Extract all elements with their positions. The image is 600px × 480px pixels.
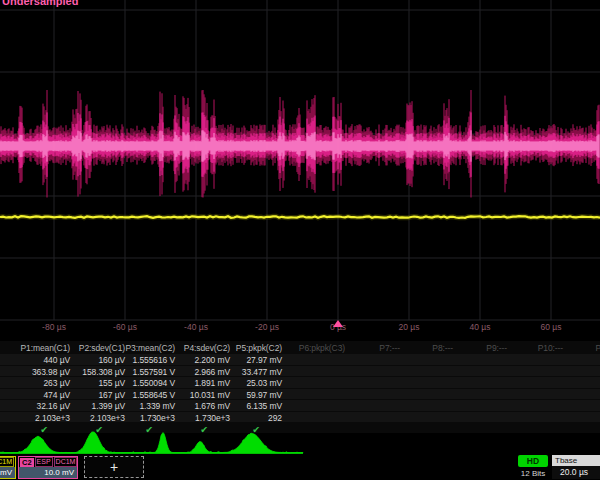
measure-value-cell: 2.103e+3 [35,413,70,423]
c2-coupling-tag: DC1M [54,457,78,467]
c2-volts-per-div: 10.0 mV [19,467,77,478]
time-tick-label: -80 µs [42,322,66,332]
channel-c1-descriptor[interactable]: DC1M 10.0 mV [0,456,16,479]
c1-volts-per-div: 10.0 mV [0,467,15,478]
c1-tags-row: DC1M [0,457,15,467]
c1-coupling-tag: DC1M [0,457,14,467]
undersampled-warning: Undersampled [2,0,78,7]
measure-value-cell: 1.730e+3 [195,413,230,423]
measure-value-cell: 1.891 mV [194,378,230,388]
measure-value-cell: 10.031 mV [190,390,230,400]
measure-value-cell: 27.97 mV [246,355,282,365]
measure-value-cell: 1.399 µV [92,401,125,411]
c2-esp-tag: ESP [35,457,53,467]
waveform-display[interactable] [0,0,600,338]
hd-bits-label: 12 Bits [513,469,553,478]
timebase-title: Tbase [552,455,600,466]
c2-channel-badge: C2 [20,458,34,467]
measure-value-cell: 292 [268,413,282,423]
measure-value-cell: 1.558645 V [133,390,175,400]
measure-value-cell: 158.308 µV [82,367,125,377]
time-tick-label: 40 µs [470,322,491,332]
table-row [0,389,600,400]
measure-value-cell: 1.339 mV [139,401,175,411]
time-tick-label: 60 µs [541,322,562,332]
table-row [0,354,600,365]
time-axis: -100 µs-80 µs-60 µs-40 µs-20 µs0 µs20 µs… [0,319,600,337]
c2-tags-row: C2 ESP DC1M [19,457,77,467]
measure-column-header[interactable]: P10:--- [538,343,563,353]
timebase-value: 20.0 µs [552,466,600,479]
measure-value-cell: 32.16 µV [37,401,70,411]
measure-value-cell: 2.966 mV [194,367,230,377]
measure-value-cell: 33.477 mV [242,367,282,377]
time-tick-label: -60 µs [113,322,137,332]
histogram-shape [0,432,303,453]
measure-column-header[interactable]: P6:pkpk(C3) [299,343,345,353]
measure-column-header[interactable]: P5:pkpk(C2) [236,343,282,353]
measure-value-cell: 1.555616 V [133,355,175,365]
measure-value-cell: 167 µV [98,390,125,400]
measurement-table: P1:mean(C1)440 µV363.98 µV263 µV474 µV32… [0,341,600,433]
measure-value-cell: 155 µV [98,378,125,388]
measure-value-cell: 25.03 mV [246,378,282,388]
c1-trace [0,216,600,218]
table-row [0,400,600,411]
measure-value-cell: 59.97 mV [246,390,282,400]
measure-column-header[interactable]: P1:mean(C1) [21,343,70,353]
trigger-position-marker[interactable] [333,320,343,327]
time-tick-label: -20 µs [255,322,279,332]
measure-value-cell: 6.135 mV [246,401,282,411]
timebase-descriptor[interactable]: Tbase 20.0 µs [552,455,600,479]
measure-value-cell: 263 µV [43,378,70,388]
measurement-histogram [0,428,600,455]
measure-column-header[interactable]: P8:--- [432,343,453,353]
measure-column-header[interactable]: P9:--- [486,343,507,353]
channel-c2-descriptor[interactable]: C2 ESP DC1M 10.0 mV [18,456,78,479]
measure-value-cell: 1.676 mV [194,401,230,411]
measure-value-cell: 474 µV [43,390,70,400]
measure-value-cell: 1.557591 V [133,367,175,377]
measure-column-header[interactable]: P4:sdev(C2) [184,343,230,353]
measure-column-header[interactable]: P [595,343,600,353]
add-trace-button[interactable]: + [84,456,144,478]
measure-value-cell: 1.550094 V [133,378,175,388]
measure-value-cell: 2.103e+3 [90,413,125,423]
measure-value-cell: 440 µV [43,355,70,365]
measure-column-header[interactable]: P3:mean(C2) [126,343,175,353]
hd-mode-badge[interactable]: HD [518,455,548,467]
measure-value-cell: 2.200 mV [194,355,230,365]
oscilloscope-screen: Undersampled -100 µs-80 µs-60 µs-40 µs-2… [0,0,600,480]
measure-value-cell: 160 µV [98,355,125,365]
measure-column-header[interactable]: P7:--- [379,343,400,353]
bottom-toolbar: DC1M 10.0 mV C2 ESP DC1M 10.0 mV + HD 12… [0,455,600,480]
measure-value-cell: 363.98 µV [32,367,70,377]
time-tick-label: 20 µs [399,322,420,332]
table-row [0,377,600,388]
measure-column-header[interactable]: P2:sdev(C1) [79,343,125,353]
time-tick-label: -40 µs [184,322,208,332]
measure-value-cell: 1.730e+3 [140,413,175,423]
